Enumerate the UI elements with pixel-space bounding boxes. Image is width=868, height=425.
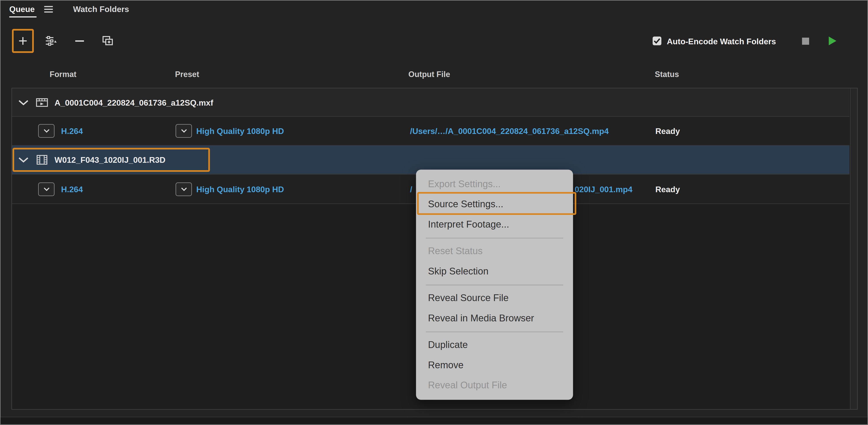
minus-icon (75, 40, 84, 42)
menu-item-skip-selection[interactable]: Skip Selection (416, 262, 573, 282)
column-header-preset: Preset (175, 70, 199, 79)
context-menu: Export Settings... Source Settings... In… (416, 170, 573, 400)
vertical-scrollbar[interactable] (850, 88, 857, 409)
column-header-output-file: Output File (408, 70, 450, 79)
menu-divider (426, 238, 563, 238)
stop-queue-button[interactable] (802, 38, 809, 45)
chevron-down-icon (181, 129, 187, 133)
video-file-icon (36, 97, 48, 107)
source-row-1[interactable]: A_0001C004_220824_061736_a12SQ.mxf (12, 88, 849, 117)
source-file-name: W012_F043_1020IJ_001.R3D (55, 155, 165, 164)
status-text: Ready (655, 126, 680, 136)
duplicate-button[interactable] (99, 32, 117, 50)
source-file-name: A_0001C004_220824_061736_a12SQ.mxf (55, 98, 213, 107)
auto-encode-checkbox[interactable] (653, 37, 661, 45)
expand-chevron-icon[interactable] (19, 157, 28, 162)
menu-divider (426, 331, 563, 332)
preset-link[interactable]: High Quality 1080p HD (196, 126, 284, 136)
tab-watch-folders-label: Watch Folders (73, 4, 129, 14)
sliders-icon (45, 36, 57, 46)
column-header-format: Format (50, 70, 76, 79)
menu-item-reveal-source-file[interactable]: Reveal Source File (416, 288, 573, 308)
format-link[interactable]: H.264 (61, 126, 83, 136)
start-queue-button[interactable] (828, 36, 837, 46)
menu-item-duplicate[interactable]: Duplicate (416, 335, 573, 355)
format-dropdown-button[interactable] (38, 124, 55, 138)
tab-queue[interactable]: Queue (9, 4, 35, 14)
menu-item-interpret-footage[interactable]: Interpret Footage... (416, 214, 573, 235)
check-icon (654, 38, 660, 43)
output-file-link-partial-end[interactable]: 020IJ_001.mp4 (575, 184, 632, 194)
chevron-down-icon (43, 129, 50, 133)
column-header-status: Status (655, 70, 679, 79)
add-source-button[interactable] (14, 32, 32, 50)
tab-queue-label: Queue (9, 4, 35, 14)
format-dropdown-button[interactable] (38, 182, 55, 196)
preset-dropdown-button[interactable] (176, 124, 192, 138)
play-icon (829, 37, 836, 45)
menu-item-reveal-in-media-browser[interactable]: Reveal in Media Browser (416, 308, 573, 329)
auto-encode-label: Auto-Encode Watch Folders (667, 37, 776, 46)
tab-watch-folders[interactable]: Watch Folders (73, 4, 129, 14)
menu-item-reset-status: Reset Status (416, 241, 573, 262)
menu-item-reveal-output-file: Reveal Output File (416, 375, 573, 396)
menu-item-export-settings: Export Settings... (416, 174, 573, 194)
add-output-button[interactable] (42, 32, 61, 50)
filmstrip-icon (36, 155, 48, 165)
screenshot-stage: Queue Watch Folders (0, 0, 868, 425)
duplicate-icon (102, 36, 114, 46)
preset-dropdown-button[interactable] (176, 182, 192, 196)
format-link[interactable]: H.264 (61, 184, 83, 194)
remove-button[interactable] (70, 32, 89, 50)
active-tab-underline (9, 17, 37, 18)
tab-bar: Queue Watch Folders (1, 1, 868, 20)
output-file-link-partial-start[interactable]: / (410, 184, 412, 194)
chevron-down-icon (181, 187, 187, 191)
output-row-1[interactable]: H.264 High Quality 1080p HD /Users/…/A_0… (12, 117, 849, 146)
menu-item-remove[interactable]: Remove (416, 355, 573, 375)
menu-item-source-settings[interactable]: Source Settings... (416, 194, 573, 214)
output-file-link[interactable]: /Users/…/A_0001C004_220824_061736_a12SQ.… (410, 126, 609, 136)
preset-link[interactable]: High Quality 1080p HD (196, 184, 284, 194)
plus-icon (18, 36, 28, 46)
menu-divider (426, 284, 563, 285)
media-encoder-queue-panel: Queue Watch Folders (0, 0, 868, 425)
bottom-panel-edge (1, 417, 868, 424)
panel-menu-icon[interactable] (44, 5, 53, 13)
chevron-down-icon (43, 187, 50, 191)
status-text: Ready (655, 184, 680, 194)
expand-chevron-icon[interactable] (19, 99, 28, 105)
